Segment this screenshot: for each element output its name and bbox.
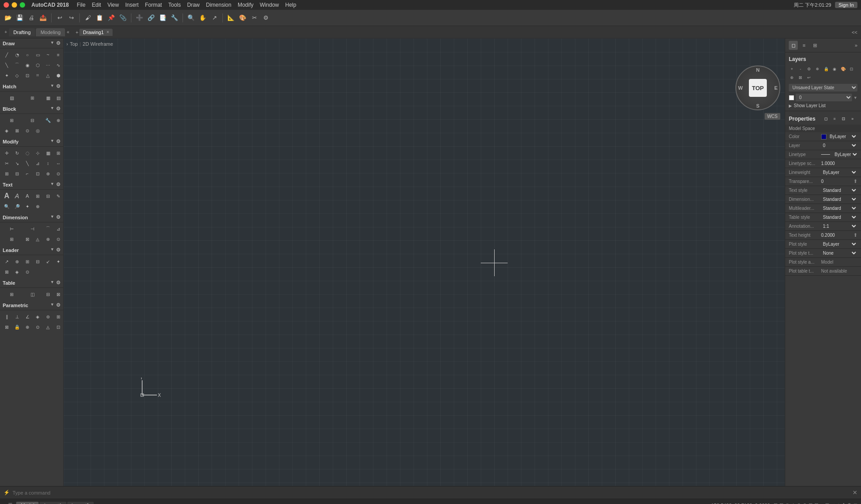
- 3dosnap-icon[interactable]: ⊕: [797, 502, 801, 504]
- tool16[interactable]: ⌗: [33, 70, 43, 80]
- lineweight-select[interactable]: ByLayer: [821, 169, 857, 175]
- layout1-tab[interactable]: Layout1: [39, 502, 66, 504]
- dim-tool1[interactable]: ⊢: [2, 224, 22, 234]
- block-tool8[interactable]: ◎: [33, 126, 43, 135]
- tool18[interactable]: ⬢: [53, 70, 63, 80]
- layer-state-btn[interactable]: ⚙: [805, 65, 813, 73]
- text-tool1[interactable]: A: [2, 191, 12, 201]
- canvas-area[interactable]: › Top | 2D Wireframe N S W E TOP WCS: [64, 39, 785, 486]
- leader-tool3[interactable]: ⊞: [22, 256, 32, 266]
- properties-button[interactable]: 🔧: [169, 13, 180, 23]
- add-layout-button[interactable]: +: [4, 503, 6, 504]
- match-prop-button[interactable]: 🖌: [83, 13, 93, 23]
- publish-button[interactable]: 📤: [38, 13, 48, 23]
- close-dot[interactable]: [4, 2, 9, 8]
- collapse-button[interactable]: <<: [852, 30, 857, 35]
- textstyle-select[interactable]: Standard: [821, 187, 857, 193]
- section-draw[interactable]: Draw ▼ ⚙: [0, 39, 63, 48]
- tablestyle-select[interactable]: Standard: [821, 214, 857, 220]
- anno-icon[interactable]: A: [842, 502, 845, 504]
- transparency-up[interactable]: ⬆: [853, 178, 857, 184]
- rotate-tool[interactable]: ↻: [12, 148, 22, 158]
- dim-tool9[interactable]: ⊙: [53, 234, 63, 244]
- leader-tool2[interactable]: ⊕: [12, 256, 22, 266]
- menu-help[interactable]: Help: [285, 2, 296, 8]
- workspace-status[interactable]: ⚙: [847, 502, 852, 504]
- hatch-tool4[interactable]: ▤: [53, 93, 63, 103]
- sc-icon[interactable]: ◬: [837, 502, 840, 504]
- text-tool3[interactable]: A: [22, 191, 32, 201]
- section-table[interactable]: Table ▼ ⚙: [0, 278, 63, 288]
- mod-tool13[interactable]: ⊞: [2, 169, 12, 178]
- tab-modeling[interactable]: Modeling: [36, 28, 65, 36]
- view-top-label[interactable]: Top: [70, 41, 78, 47]
- layer-button[interactable]: 📑: [157, 13, 168, 23]
- leader-tool1[interactable]: ↗: [2, 256, 12, 266]
- annoscale-select[interactable]: 1:1: [821, 223, 857, 229]
- rp-collapse-button[interactable]: »: [855, 43, 857, 48]
- dim-tool8[interactable]: ⊕: [43, 234, 53, 244]
- leader-tool4[interactable]: ⊟: [33, 256, 43, 266]
- plot-button[interactable]: 🖨: [26, 13, 37, 23]
- block-tool5[interactable]: ◈: [2, 126, 12, 135]
- menu-view[interactable]: View: [107, 2, 119, 8]
- section-hatch-gear[interactable]: ⚙: [56, 83, 61, 89]
- block-tool7[interactable]: ⊙: [22, 126, 32, 135]
- section-button[interactable]: ✂: [249, 13, 260, 23]
- param-tool12[interactable]: ⊡: [53, 322, 63, 332]
- section-leader-gear[interactable]: ⚙: [56, 247, 61, 253]
- param-tool2[interactable]: ⊥: [12, 312, 22, 322]
- hatch-tool3[interactable]: ▦: [43, 93, 53, 103]
- props-btn1[interactable]: ◻: [822, 115, 830, 123]
- section-block[interactable]: Block ▼ ⚙: [0, 104, 63, 114]
- save-button[interactable]: 💾: [14, 13, 25, 23]
- copy-button[interactable]: 📋: [94, 13, 105, 23]
- rect-tool[interactable]: ▭: [33, 50, 43, 60]
- hatch-tool2[interactable]: ⊞: [22, 93, 42, 103]
- layer-select[interactable]: 0: [821, 143, 857, 148]
- section-leader[interactable]: Leader ▼ ⚙: [0, 245, 63, 255]
- dim-tool7[interactable]: ◬: [33, 234, 43, 244]
- show-layer-list-row[interactable]: ▶ Show Layer List: [785, 102, 861, 109]
- mod-tool17[interactable]: ⊕: [43, 169, 53, 178]
- new-layer-btn[interactable]: +: [788, 65, 796, 73]
- drawing-tab[interactable]: Drawing1 ×: [79, 29, 113, 36]
- compass-top[interactable]: TOP: [749, 79, 767, 97]
- section-draw-gear[interactable]: ⚙: [56, 40, 61, 46]
- layer-number-select[interactable]: 0: [796, 94, 852, 101]
- props-collapse[interactable]: »: [848, 115, 857, 123]
- tool13[interactable]: ✦: [2, 70, 12, 80]
- menu-insert[interactable]: Insert: [125, 2, 139, 8]
- undo-button[interactable]: ↩: [54, 13, 65, 23]
- menu-modify[interactable]: Modify: [238, 2, 253, 8]
- tool5[interactable]: ~: [43, 50, 53, 60]
- layer-iso-btn[interactable]: ⊡: [848, 65, 856, 73]
- tool10[interactable]: ⬡: [33, 60, 43, 70]
- tool9[interactable]: ◉: [22, 60, 32, 70]
- mod-tool3[interactable]: ◌: [22, 148, 32, 158]
- tool15[interactable]: ⊡: [22, 70, 32, 80]
- qp-icon[interactable]: ⊿: [831, 502, 835, 504]
- table-tool2[interactable]: ◫: [22, 289, 42, 299]
- view-mode-label[interactable]: 2D Wireframe: [83, 41, 113, 47]
- dim-tool2[interactable]: ⊣: [22, 224, 42, 234]
- layer-prev-btn[interactable]: ↩: [805, 74, 813, 82]
- minimize-dot[interactable]: [12, 2, 17, 8]
- mod-tool10[interactable]: ⊿: [33, 158, 43, 168]
- section-block-gear[interactable]: ⚙: [56, 106, 61, 112]
- del-layer-btn[interactable]: -: [796, 65, 804, 73]
- dim-tool5[interactable]: ⊞: [2, 234, 22, 244]
- param-tool9[interactable]: ⊕: [22, 322, 32, 332]
- arc-tool[interactable]: ◔: [12, 50, 22, 60]
- section-parametric-gear[interactable]: ⚙: [56, 302, 61, 308]
- section-table-gear[interactable]: ⚙: [56, 280, 61, 286]
- insert-block-tool[interactable]: ⊞: [2, 115, 22, 125]
- layer-lock-btn[interactable]: 🔒: [822, 65, 830, 73]
- redo-button[interactable]: ↪: [66, 13, 77, 23]
- move-tool[interactable]: ✛: [2, 148, 12, 158]
- workspace-arrow[interactable]: «: [66, 30, 70, 35]
- mod-tool11[interactable]: ↕: [43, 158, 53, 168]
- view-back-arrow[interactable]: ›: [66, 41, 68, 47]
- section-dimension[interactable]: Dimension ▼ ⚙: [0, 213, 63, 222]
- tool17[interactable]: △: [43, 70, 53, 80]
